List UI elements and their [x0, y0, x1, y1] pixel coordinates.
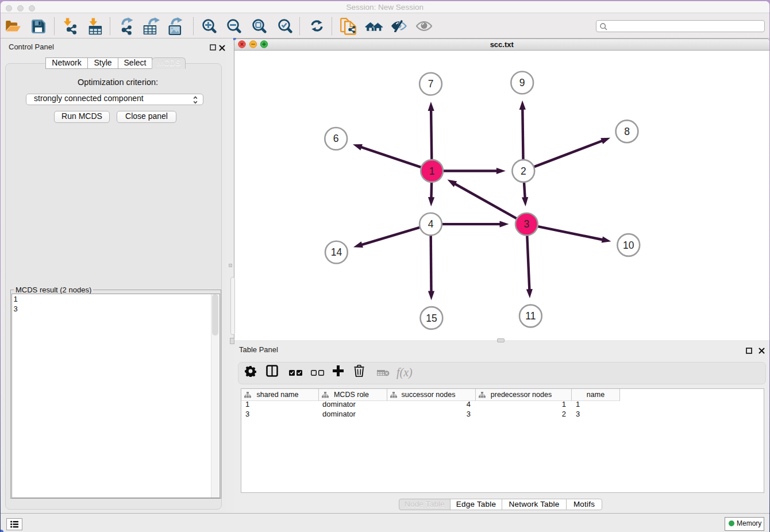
- svg-text:1: 1: [429, 165, 435, 176]
- svg-text:8: 8: [624, 125, 630, 137]
- svg-text:10: 10: [623, 239, 634, 250]
- svg-text:3: 3: [524, 218, 530, 230]
- svg-text:9: 9: [519, 76, 525, 88]
- svg-text:7: 7: [428, 78, 434, 90]
- svg-text:14: 14: [331, 246, 342, 258]
- svg-text:4: 4: [428, 218, 434, 230]
- svg-text:11: 11: [525, 310, 536, 322]
- svg-text:15: 15: [426, 312, 437, 323]
- svg-text:6: 6: [333, 133, 339, 144]
- svg-text:2: 2: [521, 165, 526, 176]
